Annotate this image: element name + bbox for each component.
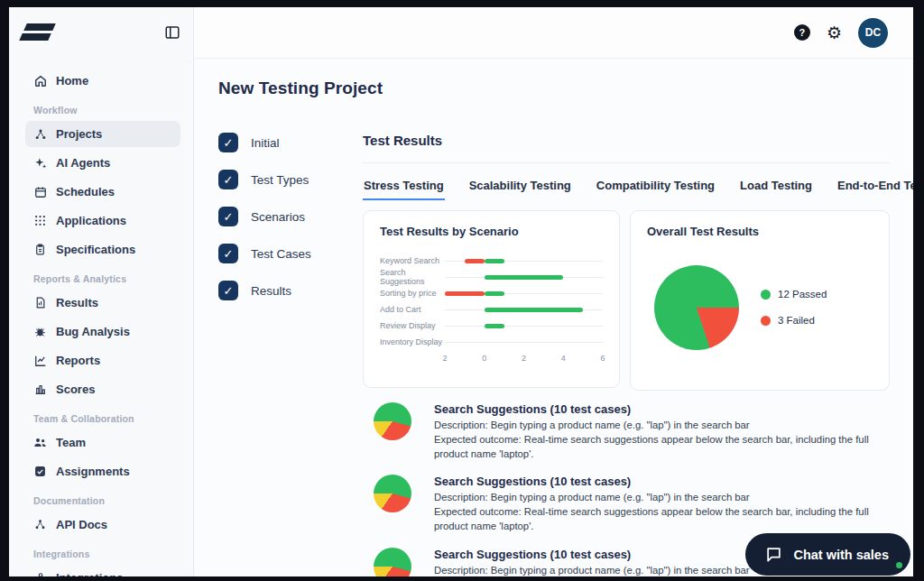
sidebar-item-specifications[interactable]: Specifications [25,236,180,263]
top-bar: ? ⚙ DC [194,7,913,59]
sidebar-item-label: Applications [56,214,126,227]
checkbox-checked-icon[interactable]: ✓ [218,244,238,263]
case-pie-icon [374,402,411,440]
avatar[interactable]: DC [858,18,888,48]
step-initial: ✓ Initial [218,133,363,152]
checkbox-checked-icon[interactable]: ✓ [218,170,238,189]
checkbox-checked-icon[interactable]: ✓ [218,133,238,152]
step-label: Initial [251,136,280,150]
tab-end-to-end-testing[interactable]: End-to-End Testing [836,175,913,200]
sidebar-item-applications[interactable]: Applications [25,208,180,234]
results-heading: Test Results [363,133,890,148]
page-title: New Testing Project [218,78,890,98]
passed-dot-icon [761,290,771,300]
chat-bubble-icon [765,546,782,563]
case-pie-icon [374,548,411,576]
step-label: Test Cases [251,247,311,261]
online-status-dot [896,562,902,568]
steps-checklist: ✓ Initial ✓ Test Types ✓ Scenarios ✓ Tes… [218,133,363,576]
sidebar-item-home[interactable]: Home [25,68,180,94]
step-results: ✓ Results [218,281,363,300]
gear-icon[interactable]: ⚙ [827,24,842,42]
sidebar-item-bug-analysis[interactable]: Bug Analysis [25,318,180,345]
sidebar-section-documentation: Documentation [33,495,180,506]
tab-stress-testing[interactable]: Stress Testing [363,175,445,200]
sidebar-item-projects[interactable]: Projects [25,121,180,147]
sidebar-item-results[interactable]: Results [25,290,180,316]
tab-scalability-testing[interactable]: Scalability Testing [468,175,572,200]
results-panel: Test Results Stress Testing Scalability … [363,133,890,576]
step-test-cases: ✓ Test Cases [218,244,363,263]
people-icon [33,436,47,449]
webhook-icon [33,572,47,577]
sidebar-item-label: API Docs [56,518,107,531]
sidebar-item-team[interactable]: Team [25,429,180,456]
trend-chart-icon [33,355,47,367]
sidebar-item-label: Schedules [56,185,115,198]
sidebar-item-assignments[interactable]: Assignments [25,458,180,484]
app-logo [25,23,54,41]
tab-compatibility-testing[interactable]: Compatibility Testing [596,175,716,200]
nodes-icon [33,519,47,530]
main-content: New Testing Project ✓ Initial ✓ Test Typ… [194,59,913,576]
pie-chart [654,265,739,350]
clipboard-icon [33,244,47,255]
sidebar-item-label: AI Agents [56,156,110,170]
failed-dot-icon [761,316,771,326]
legend-item-passed: 12 Passed [761,289,827,300]
sidebar-item-label: Integrations [56,571,123,576]
pie-chart-title: Overall Test Results [647,225,873,238]
sidebar-section-team-collaboration: Team & Collaboration [33,413,180,424]
projects-icon [33,128,47,141]
checkbox-checked-icon[interactable]: ✓ [218,207,238,226]
bar-chart: Keyword SearchSearch SuggestionsSorting … [380,253,603,368]
sidebar-item-label: Home [56,74,88,88]
file-chart-icon [33,297,47,309]
sidebar-item-integrations[interactable]: Integrations [25,565,180,576]
test-case-row: Search Suggestions (10 test cases) Descr… [363,475,890,533]
sidebar-item-label: Reports [56,354,100,367]
calendar-icon [33,186,47,198]
sidebar-collapse-icon[interactable] [164,24,180,41]
sidebar-section-integrations: Integrations [33,549,180,559]
sidebar-item-reports[interactable]: Reports [25,347,180,374]
bug-icon [33,326,47,337]
tab-load-testing[interactable]: Load Testing [739,175,813,200]
sparkles-icon [33,157,47,170]
sidebar-section-workflow: Workflow [33,105,180,115]
grid-icon [33,215,47,226]
chat-with-sales-button[interactable]: Chat with sales [745,533,910,576]
test-case-row: Search Suggestions (10 test cases) Descr… [363,402,890,461]
sidebar-item-label: Results [56,296,98,309]
sidebar-section-reports-analytics: Reports & Analytics [33,273,180,284]
help-icon[interactable]: ? [794,24,810,41]
sidebar-item-label: Specifications [56,243,135,256]
case-pie-icon [374,475,411,512]
sidebar-item-label: Assignments [56,465,130,478]
step-label: Scenarios [251,210,305,224]
step-label: Results [251,284,291,298]
app-window: Home Workflow Projects AI Agents Schedul… [9,7,913,576]
step-test-types: ✓ Test Types [218,170,363,189]
legend-item-failed: 3 Failed [761,315,827,326]
divider [363,162,890,163]
step-label: Test Types [251,173,309,187]
bar-chart-icon [33,383,47,395]
checkbox-checked-icon[interactable]: ✓ [218,281,238,300]
sidebar-item-label: Bug Analysis [56,325,130,338]
sidebar-item-label: Team [56,436,86,449]
sidebar-item-schedules[interactable]: Schedules [25,179,180,205]
step-scenarios: ✓ Scenarios [218,207,363,226]
overall-results-card: Overall Test Results 12 Passed 3 [630,210,890,391]
sidebar-item-scores[interactable]: Scores [25,376,180,402]
sidebar-item-label: Projects [56,127,102,141]
pie-legend: 12 Passed 3 Failed [761,289,827,326]
home-icon [33,75,47,88]
sidebar-item-ai-agents[interactable]: AI Agents [25,150,180,176]
sidebar: Home Workflow Projects AI Agents Schedul… [9,7,194,576]
sidebar-item-label: Scores [56,383,95,396]
test-type-tabs: Stress Testing Scalability Testing Compa… [363,175,890,200]
scenario-results-card: Test Results by Scenario Keyword SearchS… [363,210,620,388]
bar-chart-title: Test Results by Scenario [380,225,603,238]
sidebar-item-api-docs[interactable]: API Docs [25,512,180,538]
